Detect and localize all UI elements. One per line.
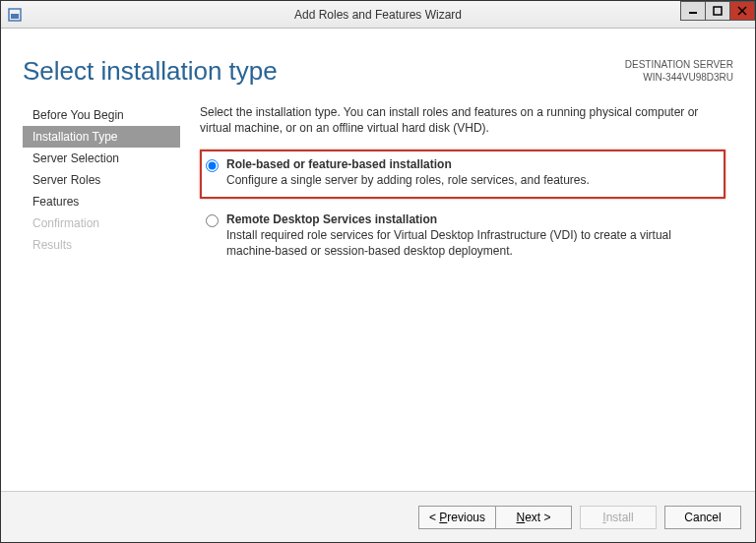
prev-next-group: < Previous Next > [418, 506, 572, 529]
install-option-title: Remote Desktop Services installation [226, 212, 716, 226]
minimize-button[interactable] [680, 1, 706, 21]
install-option-radio-1[interactable] [206, 214, 219, 227]
window-controls [681, 1, 755, 21]
destination-value: WIN-344VU98D3RU [625, 71, 733, 84]
nav-item-results: Results [23, 234, 180, 256]
titlebar: Add Roles and Features Wizard [1, 1, 755, 29]
content-area: Select installation type DESTINATION SER… [1, 29, 755, 491]
install-option-desc: Install required role services for Virtu… [226, 227, 716, 259]
close-button[interactable] [729, 1, 755, 21]
app-icon [7, 7, 23, 23]
destination-label: DESTINATION SERVER [625, 58, 733, 71]
footer-bar: < Previous Next > Install Cancel [1, 491, 755, 542]
install-option-desc: Configure a single server by adding role… [226, 172, 590, 188]
options-group: Role-based or feature-based installation… [200, 150, 725, 269]
install-button[interactable]: Install [580, 506, 657, 529]
wizard-window: Add Roles and Features Wizard Select ins… [0, 0, 756, 543]
window-title: Add Roles and Features Wizard [1, 8, 755, 22]
install-option-radio-0[interactable] [206, 159, 219, 172]
maximize-button[interactable] [705, 1, 730, 21]
main-panel: Select the installation type. You can in… [180, 104, 733, 491]
destination-server-box: DESTINATION SERVER WIN-344VU98D3RU [625, 58, 733, 84]
nav-item-installation-type[interactable]: Installation Type [23, 126, 180, 148]
nav-item-server-roles[interactable]: Server Roles [23, 169, 180, 191]
wizard-nav: Before You BeginInstallation TypeServer … [23, 104, 180, 491]
install-option-1[interactable]: Remote Desktop Services installationInst… [200, 205, 725, 269]
nav-item-before-you-begin[interactable]: Before You Begin [23, 104, 180, 126]
previous-button[interactable]: < Previous [418, 506, 495, 529]
next-button[interactable]: Next > [495, 506, 572, 529]
nav-item-confirmation: Confirmation [23, 212, 180, 234]
header-row: Select installation type DESTINATION SER… [23, 56, 733, 87]
page-title: Select installation type [23, 56, 278, 87]
nav-item-features[interactable]: Features [23, 191, 180, 212]
cancel-button[interactable]: Cancel [664, 506, 741, 529]
install-option-title: Role-based or feature-based installation [226, 157, 590, 171]
install-option-0[interactable]: Role-based or feature-based installation… [200, 150, 725, 198]
intro-text: Select the installation type. You can in… [200, 104, 725, 136]
svg-rect-3 [714, 7, 722, 15]
svg-rect-1 [11, 14, 19, 19]
body-row: Before You BeginInstallation TypeServer … [23, 104, 733, 491]
nav-item-server-selection[interactable]: Server Selection [23, 148, 180, 169]
